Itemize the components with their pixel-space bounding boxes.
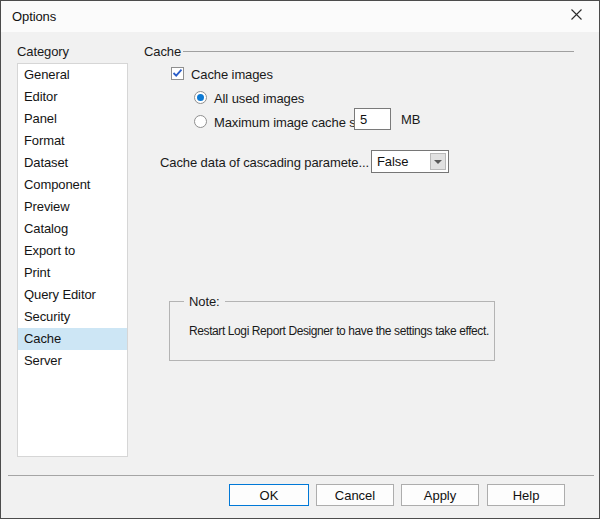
title-bar: Options (1, 1, 599, 32)
cache-images-label: Cache images (191, 67, 273, 82)
cascading-param-label: Cache data of cascading paramete... (151, 155, 369, 170)
note-groupbox: Note: Restart Logi Report Designer to ha… (169, 301, 495, 361)
cache-images-checkbox[interactable] (171, 67, 184, 80)
options-dialog: Options Category General Editor Panel Fo… (0, 0, 600, 519)
checkmark-icon (172, 66, 183, 81)
category-label: Category (17, 44, 69, 59)
cache-group-title: Cache (144, 44, 181, 59)
cache-size-input[interactable] (354, 108, 391, 130)
category-item-panel[interactable]: Panel (18, 108, 127, 130)
cache-group-divider (183, 51, 574, 52)
all-used-images-label: All used images (214, 91, 304, 106)
category-item-export-to[interactable]: Export to (18, 240, 127, 262)
category-item-preview[interactable]: Preview (18, 196, 127, 218)
category-item-catalog[interactable]: Catalog (18, 218, 127, 240)
close-icon (570, 8, 583, 24)
cache-size-unit-label: MB (401, 112, 420, 127)
close-button[interactable] (554, 1, 599, 31)
dropdown-button[interactable] (430, 153, 446, 170)
footer-divider (8, 475, 594, 476)
category-item-editor[interactable]: Editor (18, 86, 127, 108)
window-title: Options (12, 9, 56, 24)
category-listbox: General Editor Panel Format Dataset Comp… (17, 63, 128, 457)
category-item-print[interactable]: Print (18, 262, 127, 284)
apply-button[interactable]: Apply (401, 484, 479, 506)
category-item-server[interactable]: Server (18, 350, 127, 372)
help-button[interactable]: Help (487, 484, 565, 506)
cascading-param-dropdown[interactable]: False (371, 150, 449, 173)
cancel-button[interactable]: Cancel (316, 484, 394, 506)
category-item-security[interactable]: Security (18, 306, 127, 328)
note-title: Note: (184, 294, 225, 309)
all-used-images-radio[interactable] (194, 91, 207, 104)
category-item-general[interactable]: General (18, 64, 127, 86)
note-text: Restart Logi Report Designer to have the… (189, 324, 489, 338)
category-item-format[interactable]: Format (18, 130, 127, 152)
chevron-down-icon (434, 160, 442, 164)
dropdown-value: False (377, 154, 408, 169)
category-item-component[interactable]: Component (18, 174, 127, 196)
ok-button[interactable]: OK (229, 484, 309, 506)
category-item-cache[interactable]: Cache (18, 328, 127, 350)
max-cache-size-label: Maximum image cache size: (214, 115, 376, 130)
category-item-query-editor[interactable]: Query Editor (18, 284, 127, 306)
category-item-dataset[interactable]: Dataset (18, 152, 127, 174)
max-cache-size-radio[interactable] (194, 115, 207, 128)
